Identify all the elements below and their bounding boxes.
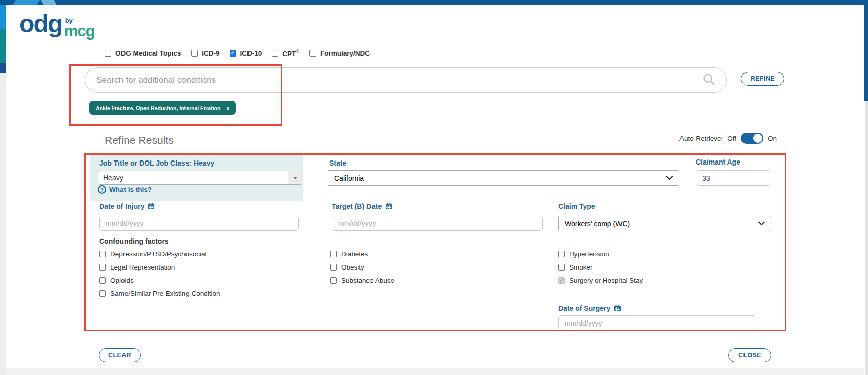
state-label: State xyxy=(329,159,346,167)
search-icon[interactable] xyxy=(702,73,715,88)
job-class-value[interactable]: Heavy xyxy=(98,171,288,184)
checkbox[interactable] xyxy=(558,251,565,257)
checkbox xyxy=(558,277,565,284)
checkbox[interactable] xyxy=(330,277,337,284)
job-class-combobox[interactable]: Heavy xyxy=(98,171,302,185)
checkbox[interactable] xyxy=(558,264,565,271)
auto-retrieve-label: Auto-Retrieve: xyxy=(679,135,723,142)
target-b-date-label: Target (B) Date xyxy=(332,202,392,210)
checkbox-label: Smoker xyxy=(569,263,593,271)
target-b-date-text: Target (B) Date xyxy=(332,202,382,210)
right-edge-stripe-navy xyxy=(864,5,868,101)
checkbox-item[interactable]: Hypertension xyxy=(558,250,643,258)
claim-type-label: Claim Type xyxy=(558,202,595,210)
checkbox-item[interactable]: ODG Medical Topics xyxy=(105,49,181,57)
left-edge-stripe-gray xyxy=(0,73,6,375)
job-title-label: Job Title or DOL Job Class: Heavy xyxy=(99,159,214,167)
checkbox-item[interactable]: Depression/PTSD/Psychosocial xyxy=(99,250,220,258)
checkbox-label: ICD-9 xyxy=(202,49,219,57)
checkbox[interactable] xyxy=(309,50,316,57)
checkbox-item[interactable]: Legal Representation xyxy=(99,263,220,271)
left-edge-stripe-navy xyxy=(0,63,6,73)
top-accent-shape xyxy=(13,0,40,5)
close-button[interactable]: CLOSE xyxy=(728,348,771,362)
checkbox[interactable] xyxy=(230,50,236,57)
tag-close-icon[interactable]: x xyxy=(226,105,229,111)
left-edge-stripe-teal xyxy=(0,29,6,63)
calendar-icon[interactable] xyxy=(148,203,155,210)
top-accent-shape xyxy=(41,0,57,5)
confounding-factors-label: Confounding factors xyxy=(99,237,169,245)
calendar-icon[interactable] xyxy=(614,305,621,312)
condition-tag[interactable]: Ankle Fracture, Open Reduction, Internal… xyxy=(89,101,236,115)
checkbox-item[interactable]: Obesity xyxy=(330,263,394,271)
checkbox[interactable] xyxy=(99,277,106,284)
checkbox-label: Opioids xyxy=(110,277,134,284)
auto-retrieve-control: Auto-Retrieve: Off On xyxy=(679,133,777,144)
claimant-age-input[interactable] xyxy=(696,170,771,186)
logo-odg-text: odg xyxy=(19,10,63,38)
chevron-down-icon xyxy=(666,176,673,180)
checkbox[interactable] xyxy=(99,264,106,271)
checkbox[interactable] xyxy=(191,50,198,57)
checkbox-label: CPT® xyxy=(282,49,299,58)
condition-tag-label: Ankle Fracture, Open Reduction, Internal… xyxy=(96,105,220,111)
checkbox-label: Legal Representation xyxy=(110,263,175,271)
checkbox-item[interactable]: Same/Similar Pre-Existing Condition xyxy=(99,290,220,297)
search-input[interactable] xyxy=(96,75,702,85)
state-select-value: California xyxy=(334,174,364,182)
auto-retrieve-on-label: On xyxy=(768,135,777,142)
toggle-knob xyxy=(753,134,762,143)
checkbox[interactable] xyxy=(99,251,106,257)
left-edge-stripe-blue xyxy=(0,5,6,29)
checkbox[interactable] xyxy=(330,264,337,271)
search-bar[interactable] xyxy=(85,67,727,93)
caret-down-icon xyxy=(293,177,297,179)
what-is-this-link[interactable]: What is this? xyxy=(98,185,152,194)
auto-retrieve-toggle[interactable] xyxy=(741,133,763,144)
date-of-injury-input[interactable] xyxy=(99,216,299,231)
date-of-surgery-label: Date of Surgery xyxy=(558,304,621,312)
right-edge-stripe-gray xyxy=(865,101,868,375)
claim-type-select-value: Workers' comp (WC) xyxy=(565,220,630,228)
checkbox-item[interactable]: Smoker xyxy=(558,263,643,271)
checkbox-item[interactable]: Surgery or Hospital Stay xyxy=(558,277,643,284)
clear-button[interactable]: CLEAR xyxy=(99,348,141,362)
top-border-bar xyxy=(0,0,868,5)
date-of-injury-text: Date of Injury xyxy=(99,202,144,210)
claim-type-select[interactable]: Workers' comp (WC) xyxy=(558,216,771,231)
checkbox[interactable] xyxy=(99,290,106,297)
claimant-age-label: Claimant Age xyxy=(696,158,740,166)
checkbox-label: Hypertension xyxy=(569,250,609,258)
checkbox-item[interactable]: ICD-9 xyxy=(191,49,219,57)
question-mark-icon xyxy=(98,185,106,194)
checkbox[interactable] xyxy=(330,251,337,257)
job-class-dropdown-button[interactable] xyxy=(288,171,302,184)
confounding-column-2: DiabetesObesitySubstance Abuse xyxy=(330,250,394,284)
auto-retrieve-off-label: Off xyxy=(727,135,736,142)
target-b-date-input[interactable] xyxy=(332,216,543,231)
checkbox-item[interactable]: CPT® xyxy=(272,49,299,58)
checkbox-label: Surgery or Hospital Stay xyxy=(569,277,643,284)
confounding-column-3: HypertensionSmokerSurgery or Hospital St… xyxy=(558,250,643,284)
calendar-icon[interactable] xyxy=(385,203,392,210)
checkbox-label: Diabetes xyxy=(341,250,368,258)
document-type-filter-row: ODG Medical TopicsICD-9ICD-10CPT®Formula… xyxy=(105,49,370,58)
logo-mcg-text: mcg xyxy=(64,24,95,38)
checkbox-item[interactable]: ICD-10 xyxy=(230,49,262,57)
checkbox-item[interactable]: Substance Abuse xyxy=(330,277,394,284)
checkbox-label: Substance Abuse xyxy=(341,277,394,284)
checkbox-label: Same/Similar Pre-Existing Condition xyxy=(110,290,220,297)
checkbox[interactable] xyxy=(105,50,111,57)
what-is-this-label: What is this? xyxy=(109,186,152,193)
confounding-column-1: Depression/PTSD/PsychosocialLegal Repres… xyxy=(99,250,220,297)
chevron-down-icon xyxy=(758,221,765,226)
refine-button[interactable]: REFINE xyxy=(741,72,784,86)
checkbox-item[interactable]: Diabetes xyxy=(330,250,394,258)
date-of-surgery-input[interactable] xyxy=(558,315,756,330)
checkbox-item[interactable]: Formulary/NDC xyxy=(309,49,370,57)
state-select[interactable]: California xyxy=(328,170,679,186)
checkbox-label: ICD-10 xyxy=(240,49,262,57)
checkbox-item[interactable]: Opioids xyxy=(99,277,220,284)
checkbox[interactable] xyxy=(272,50,278,57)
